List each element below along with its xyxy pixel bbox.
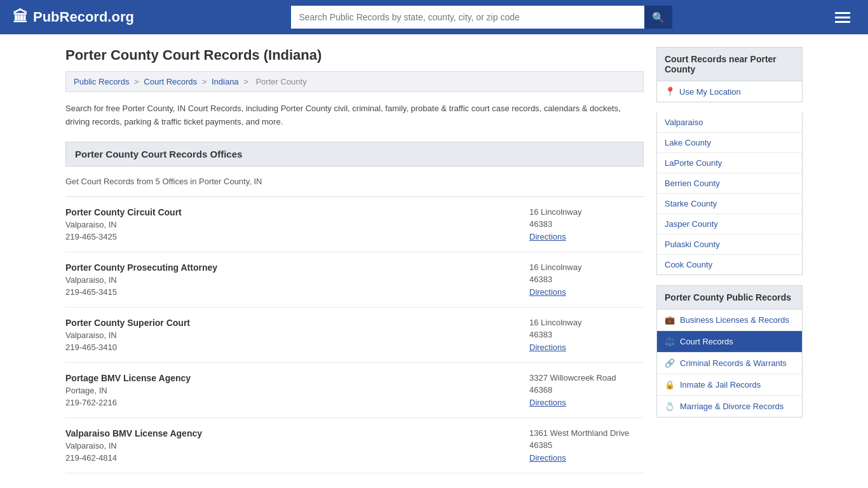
office-phone: 219-462-4814	[65, 453, 202, 463]
public-record-item[interactable]: ⚖️ Court Records	[657, 331, 802, 353]
nearby-location-item[interactable]: Cook County	[657, 255, 802, 274]
nearby-location-item[interactable]: Valparaiso	[657, 112, 802, 133]
office-zip: 46383	[529, 219, 644, 229]
logo[interactable]: 🏛 PubRecord.org	[13, 8, 134, 26]
nearby-location-link[interactable]: Pulaski County	[665, 240, 720, 249]
office-right-4: 1361 West Morthland Drive 46385 Directio…	[529, 428, 644, 463]
nearby-location-item[interactable]: Berrien County	[657, 173, 802, 194]
office-left-1: Porter County Prosecuting Attorney Valpa…	[65, 262, 217, 297]
record-type-icon: 💍	[665, 402, 675, 411]
breadcrumb-sep-3: >	[243, 77, 250, 86]
page-description: Search for free Porter County, IN Court …	[65, 102, 644, 129]
office-item: Porter County Prosecuting Attorney Valpa…	[65, 262, 644, 308]
search-icon: 🔍	[652, 11, 665, 24]
office-right-1: 16 Lincolnway 46383 Directions	[529, 262, 644, 297]
office-name: Porter County Superior Court	[65, 318, 190, 328]
nearby-location-item[interactable]: Starke County	[657, 194, 802, 214]
office-address: 1361 West Morthland Drive	[529, 428, 644, 438]
nearby-location-link[interactable]: Jasper County	[665, 219, 718, 229]
office-city: Portage, IN	[65, 386, 191, 395]
office-listing: Porter County Circuit Court Valparaiso, …	[65, 196, 644, 473]
nearby-locations-section: ValparaisoLake CountyLaPorte CountyBerri…	[656, 112, 803, 275]
nearby-location-link[interactable]: LaPorte County	[665, 158, 722, 168]
office-left-0: Porter County Circuit Court Valparaiso, …	[65, 207, 182, 241]
directions-link[interactable]: Directions	[529, 453, 566, 463]
public-records-list: 💼 Business Licenses & Records ⚖️ Court R…	[656, 309, 803, 417]
menu-button[interactable]	[830, 10, 855, 25]
office-address: 3327 Willowcreek Road	[529, 373, 644, 383]
office-count: Get Court Records from 5 Offices in Port…	[65, 177, 644, 186]
office-right-0: 16 Lincolnway 46383 Directions	[529, 207, 644, 241]
directions-link[interactable]: Directions	[529, 342, 566, 352]
office-item: Porter County Superior Court Valparaiso,…	[65, 318, 644, 363]
header: 🏛 PubRecord.org 🔍	[0, 0, 868, 34]
nearby-location-link[interactable]: Cook County	[665, 260, 712, 269]
nearby-location-link[interactable]: Valparaiso	[665, 118, 703, 127]
record-type-icon: ⚖️	[665, 337, 675, 346]
nearby-location-item[interactable]: LaPorte County	[657, 153, 802, 173]
public-record-item[interactable]: 🔒 Inmate & Jail Records	[657, 374, 802, 396]
office-phone: 219-465-3425	[65, 232, 182, 241]
office-zip: 46383	[529, 330, 644, 339]
nearby-location-link[interactable]: Starke County	[665, 199, 717, 208]
nearby-location-item[interactable]: Jasper County	[657, 214, 802, 234]
public-record-link[interactable]: Court Records	[680, 337, 733, 346]
offices-section-header: Porter County Court Records Offices	[65, 142, 644, 166]
logo-icon: 🏛	[13, 8, 28, 26]
public-record-link[interactable]: Business Licenses & Records	[680, 315, 789, 325]
menu-line-1	[835, 12, 850, 14]
office-name: Porter County Prosecuting Attorney	[65, 262, 217, 273]
office-zip: 46385	[529, 440, 644, 450]
office-name: Portage BMV License Agency	[65, 373, 191, 383]
nearby-list: 📍 Use My Location	[656, 81, 803, 102]
office-city: Valparaiso, IN	[65, 220, 182, 229]
public-record-item[interactable]: 💍 Marriage & Divorce Records	[657, 396, 802, 417]
menu-line-2	[835, 17, 850, 18]
use-location-item[interactable]: 📍 Use My Location	[657, 81, 802, 102]
breadcrumb-sep-1: >	[134, 77, 141, 86]
office-phone: 219-465-3415	[65, 287, 217, 297]
menu-line-3	[835, 21, 850, 23]
nearby-location-item[interactable]: Lake County	[657, 133, 802, 153]
office-address: 16 Lincolnway	[529, 318, 644, 327]
office-city: Valparaiso, IN	[65, 275, 217, 285]
public-records-title: Porter County Public Records	[656, 285, 803, 309]
search-area: 🔍	[291, 6, 672, 29]
directions-link[interactable]: Directions	[529, 398, 566, 407]
nearby-section: Court Records near Porter County 📍 Use M…	[656, 47, 803, 102]
record-type-icon: 🔗	[665, 358, 675, 368]
public-record-item[interactable]: 🔗 Criminal Records & Warrants	[657, 353, 802, 374]
office-city: Valparaiso, IN	[65, 441, 202, 451]
public-record-link[interactable]: Criminal Records & Warrants	[680, 358, 787, 368]
directions-link[interactable]: Directions	[529, 287, 566, 297]
nearby-location-link[interactable]: Lake County	[665, 138, 711, 147]
public-record-link[interactable]: Inmate & Jail Records	[680, 380, 761, 390]
breadcrumb-sep-2: >	[202, 77, 209, 86]
search-button[interactable]: 🔍	[644, 6, 672, 29]
use-location-link[interactable]: Use My Location	[679, 87, 741, 97]
public-record-item[interactable]: 💼 Business Licenses & Records	[657, 309, 802, 331]
office-city: Valparaiso, IN	[65, 330, 190, 340]
office-phone: 219-762-2216	[65, 398, 191, 407]
breadcrumb: Public Records > Court Records > Indiana…	[65, 71, 644, 92]
location-icon: 📍	[665, 86, 675, 97]
office-name: Porter County Circuit Court	[65, 207, 182, 217]
content-area: Porter County Court Records (Indiana) Pu…	[65, 47, 644, 484]
office-name: Valparaiso BMV License Agency	[65, 428, 202, 438]
page-title: Porter County Court Records (Indiana)	[65, 47, 644, 64]
sidebar: Court Records near Porter County 📍 Use M…	[656, 47, 803, 484]
breadcrumb-public-records[interactable]: Public Records	[74, 77, 129, 86]
office-left-2: Porter County Superior Court Valparaiso,…	[65, 318, 190, 352]
nearby-location-link[interactable]: Berrien County	[665, 179, 720, 188]
nearby-title: Court Records near Porter County	[656, 47, 803, 81]
directions-link[interactable]: Directions	[529, 232, 566, 241]
breadcrumb-indiana[interactable]: Indiana	[212, 77, 239, 86]
breadcrumb-court-records[interactable]: Court Records	[144, 77, 197, 86]
nearby-location-item[interactable]: Pulaski County	[657, 234, 802, 255]
search-input[interactable]	[291, 6, 644, 29]
public-record-link[interactable]: Marriage & Divorce Records	[680, 402, 783, 411]
logo-text: PubRecord.org	[33, 9, 134, 25]
office-address: 16 Lincolnway	[529, 262, 644, 272]
breadcrumb-porter-county: Porter County	[255, 77, 306, 86]
office-item: Valparaiso BMV License Agency Valparaiso…	[65, 428, 644, 473]
